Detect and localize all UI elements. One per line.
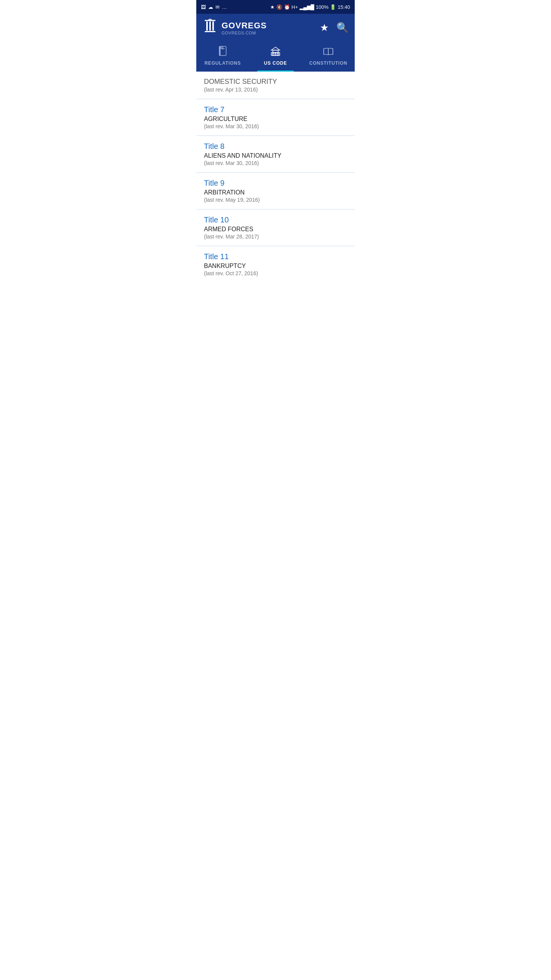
app-url: GOVREGS.COM [222, 31, 267, 35]
list-item-title9[interactable]: Title 9 ARBITRATION (last rev. May 19, 2… [196, 173, 355, 209]
partial-date: (last rev. Apr 13, 2016) [204, 87, 347, 93]
title10-subtitle: ARMED FORCES [204, 226, 347, 233]
svg-rect-8 [273, 50, 278, 52]
title7-date: (last rev. Mar 30, 2016) [204, 123, 347, 129]
header-actions: ★ 🔍 [320, 22, 349, 34]
cloud-icon: ☁ [208, 4, 213, 10]
app-header: GOVREGS GOVREGS.COM ★ 🔍 [196, 14, 355, 42]
list-item-title8[interactable]: Title 8 ALIENS AND NATIONALITY (last rev… [196, 136, 355, 173]
svg-marker-9 [271, 47, 280, 50]
status-bar: 🖼 ☁ ✉ … ★ 🔇 ⏰ H+ ▂▄▆█ 100% 🔋 15:40 [196, 0, 355, 14]
partial-title: DOMESTIC SECURITY [204, 78, 347, 86]
title7-link: Title 7 [204, 105, 347, 114]
message-icon: ✉ [215, 4, 220, 10]
status-right: ★ 🔇 ⏰ H+ ▂▄▆█ 100% 🔋 15:40 [270, 4, 350, 10]
app-name: GOVREGS [222, 21, 267, 31]
title8-subtitle: ALIENS AND NATIONALITY [204, 152, 347, 159]
title11-date: (last rev. Oct 27, 2016) [204, 270, 347, 276]
title9-link: Title 9 [204, 179, 347, 188]
bluetooth-icon: ★ [270, 4, 275, 10]
tab-constitution[interactable]: CONSTITUTION [302, 42, 355, 70]
status-left: 🖼 ☁ ✉ … [201, 4, 227, 10]
title11-subtitle: BANKRUPTCY [204, 263, 347, 270]
list-item-title7[interactable]: Title 7 AGRICULTURE (last rev. Mar 30, 2… [196, 99, 355, 136]
svg-rect-0 [205, 20, 215, 21]
svg-rect-2 [209, 21, 211, 31]
constitution-icon [323, 46, 334, 59]
signal-bars: ▂▄▆█ [300, 4, 314, 10]
logo-icon [202, 18, 218, 37]
svg-rect-12 [277, 53, 279, 56]
svg-rect-4 [205, 31, 215, 32]
svg-rect-1 [206, 21, 208, 31]
network-type: H+ [292, 4, 298, 10]
regulations-icon [217, 46, 228, 59]
battery-percent: 100% [316, 4, 328, 10]
tab-regulations[interactable]: REGULATIONS [196, 42, 249, 70]
title10-date: (last rev. Mar 28, 2017) [204, 234, 347, 240]
photo-icon: 🖼 [201, 4, 206, 10]
mute-icon: 🔇 [276, 4, 282, 10]
favorite-button[interactable]: ★ [320, 22, 329, 34]
logo-text: GOVREGS GOVREGS.COM [222, 21, 267, 35]
logo-container: GOVREGS GOVREGS.COM [202, 18, 267, 37]
time: 15:40 [337, 4, 350, 10]
search-button[interactable]: 🔍 [336, 22, 349, 34]
battery-icon: 🔋 [330, 4, 336, 10]
title8-date: (last rev. Mar 30, 2016) [204, 160, 347, 166]
tab-constitution-label: CONSTITUTION [309, 60, 347, 66]
svg-rect-3 [212, 21, 214, 31]
nav-tabs: REGULATIONS US CODE CO [196, 42, 355, 72]
content-list: DOMESTIC SECURITY (last rev. Apr 13, 201… [196, 72, 355, 283]
tab-uscode-label: US CODE [264, 60, 287, 66]
more-icon: … [222, 4, 227, 10]
svg-rect-10 [272, 53, 274, 56]
uscode-icon [270, 46, 281, 59]
title8-link: Title 8 [204, 142, 347, 151]
list-item-partial[interactable]: DOMESTIC SECURITY (last rev. Apr 13, 201… [196, 72, 355, 99]
title11-link: Title 11 [204, 252, 347, 261]
list-item-title10[interactable]: Title 10 ARMED FORCES (last rev. Mar 28,… [196, 209, 355, 246]
tab-uscode[interactable]: US CODE [249, 42, 302, 70]
title9-date: (last rev. May 19, 2016) [204, 197, 347, 203]
title7-subtitle: AGRICULTURE [204, 116, 347, 122]
alarm-icon: ⏰ [284, 4, 290, 10]
list-item-title11[interactable]: Title 11 BANKRUPTCY (last rev. Oct 27, 2… [196, 246, 355, 283]
title9-subtitle: ARBITRATION [204, 189, 347, 196]
title10-link: Title 10 [204, 216, 347, 224]
tab-regulations-label: REGULATIONS [204, 60, 241, 66]
svg-rect-11 [275, 53, 276, 56]
